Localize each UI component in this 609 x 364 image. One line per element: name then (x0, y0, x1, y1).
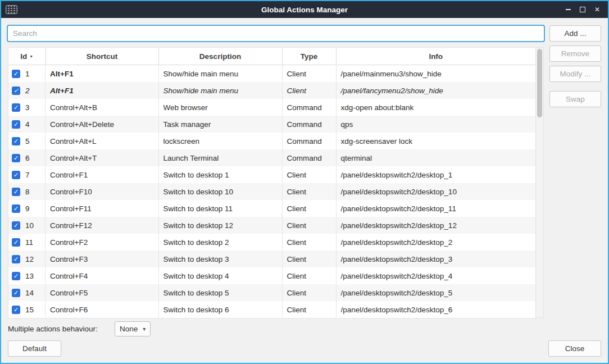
cell-description: Switch to desktop 12 (158, 217, 282, 234)
table-row[interactable]: ✓1Alt+F1Show/hide main menuClient/panel/… (8, 65, 535, 83)
default-button[interactable]: Default (8, 340, 61, 357)
table-row[interactable]: ✓13Control+F4Switch to desktop 4Client/p… (8, 267, 535, 284)
titlebar[interactable]: Global Actions Manager ✕ (1, 1, 608, 18)
cell-shortcut: Control+F4 (46, 267, 158, 284)
behaviour-select[interactable]: None ▾ (115, 321, 151, 336)
cell-info: /panel/desktopswitch2/desktop_6 (336, 301, 535, 318)
row-checkbox[interactable]: ✓ (12, 87, 20, 95)
cell-shortcut: Control+Alt+T (46, 149, 158, 166)
row-id: 10 (25, 221, 34, 230)
chevron-down-icon: ▾ (143, 326, 146, 332)
column-label: Description (199, 52, 241, 61)
add-button[interactable]: Add ... (549, 25, 601, 42)
row-checkbox[interactable]: ✓ (12, 154, 20, 162)
shortcuts-table: Id▼ShortcutDescriptionTypeInfo ✓1Alt+F1S… (8, 47, 536, 319)
cell-type: Client (282, 301, 336, 318)
swap-button[interactable]: Swap (549, 91, 601, 107)
row-checkbox[interactable]: ✓ (12, 171, 20, 179)
row-checkbox[interactable]: ✓ (12, 103, 20, 112)
cell-type: Command (282, 133, 336, 149)
row-checkbox[interactable]: ✓ (12, 120, 20, 129)
column-header-description[interactable]: Description (158, 48, 282, 65)
table-body: ✓1Alt+F1Show/hide main menuClient/panel/… (8, 65, 535, 319)
cell-shortcut: Control+Alt+Delete (46, 116, 158, 133)
cell-description: Switch to desktop 6 (158, 301, 282, 318)
row-checkbox[interactable]: ✓ (12, 306, 20, 314)
cell-description: Task manager (158, 116, 282, 133)
cell-description: Switch to desktop 11 (158, 200, 282, 217)
cell-type: Client (282, 200, 336, 217)
close-button[interactable]: ✕ (590, 1, 605, 18)
row-id: 13 (25, 272, 34, 280)
row-id: 15 (25, 306, 34, 314)
modify-button[interactable]: Modify ... (549, 66, 601, 82)
cell-description: Switch to desktop 3 (158, 251, 282, 267)
table-row[interactable]: ✓7Control+F1Switch to desktop 1Client/pa… (8, 166, 535, 183)
cell-type: Command (282, 116, 336, 133)
minimize-button[interactable] (561, 1, 575, 18)
cell-shortcut: Control+F10 (46, 183, 158, 200)
table-header-row: Id▼ShortcutDescriptionTypeInfo (8, 48, 535, 65)
restore-button[interactable] (575, 1, 590, 18)
row-id: 9 (25, 204, 30, 213)
vertical-scrollbar[interactable] (535, 47, 544, 318)
row-id: 1 (25, 70, 30, 78)
column-header-id[interactable]: Id▼ (8, 48, 46, 65)
cell-shortcut: Control+F6 (46, 301, 158, 318)
cell-shortcut: Control+F1 (46, 166, 158, 183)
row-id: 4 (25, 120, 30, 129)
cell-id: ✓2 (8, 82, 46, 99)
row-checkbox[interactable]: ✓ (12, 221, 20, 230)
row-checkbox[interactable]: ✓ (12, 272, 20, 280)
search-input[interactable] (7, 25, 545, 42)
cell-id: ✓6 (8, 149, 46, 166)
cell-info: /panel/desktopswitch2/desktop_11 (336, 200, 535, 217)
scrollbar-thumb[interactable] (537, 49, 542, 117)
table-row[interactable]: ✓9Control+F11Switch to desktop 11Client/… (8, 200, 535, 217)
cell-info: /panel/desktopswitch2/desktop_12 (336, 217, 535, 234)
window-controls: ✕ (561, 1, 605, 18)
cell-id: ✓8 (8, 183, 46, 200)
keyboard-app-icon (6, 5, 17, 14)
row-checkbox[interactable]: ✓ (12, 238, 20, 247)
cell-info: /panel/desktopswitch2/desktop_1 (336, 166, 535, 183)
table-row[interactable]: ✓2Alt+F1Show/hide main menuClient/panel/… (8, 82, 535, 99)
cell-info: xdg-screensaver lock (336, 133, 535, 149)
table-row[interactable]: ✓10Control+F12Switch to desktop 12Client… (8, 217, 535, 234)
table-row[interactable]: ✓14Control+F5Switch to desktop 5Client/p… (8, 284, 535, 301)
row-checkbox[interactable]: ✓ (12, 188, 20, 196)
cell-id: ✓13 (8, 267, 46, 284)
row-checkbox[interactable]: ✓ (12, 289, 20, 297)
column-label: Id (20, 52, 27, 61)
column-header-type[interactable]: Type (282, 48, 336, 65)
table-row[interactable]: ✓4Control+Alt+DeleteTask managerCommandq… (8, 116, 535, 133)
cell-shortcut: Alt+F1 (46, 82, 158, 99)
table-row[interactable]: ✓11Control+F2Switch to desktop 2Client/p… (8, 234, 535, 251)
cell-type: Client (282, 267, 336, 284)
remove-button[interactable]: Remove (549, 46, 601, 62)
column-header-shortcut[interactable]: Shortcut (46, 48, 158, 65)
cell-shortcut: Control+F5 (46, 284, 158, 301)
cell-shortcut: Control+F12 (46, 217, 158, 234)
table-row[interactable]: ✓15Control+F6Switch to desktop 6Client/p… (8, 301, 535, 318)
cell-info: qterminal (336, 149, 535, 166)
table-row[interactable]: ✓12Control+F3Switch to desktop 3Client/p… (8, 251, 535, 267)
cell-info: /panel/fancymenu2/show_hide (336, 82, 535, 99)
table-row[interactable]: ✓3Control+Alt+BWeb browserCommandxdg-ope… (8, 99, 535, 116)
row-checkbox[interactable]: ✓ (12, 255, 20, 263)
row-id: 6 (25, 154, 30, 162)
column-label: Shortcut (87, 52, 118, 61)
cell-id: ✓9 (8, 200, 46, 217)
row-checkbox[interactable]: ✓ (12, 204, 20, 213)
cell-description: Switch to desktop 2 (158, 234, 282, 251)
cell-info: qps (336, 116, 535, 133)
close-dialog-button[interactable]: Close (548, 340, 601, 357)
cell-info: /panel/mainmenu3/show_hide (336, 65, 535, 83)
table-row[interactable]: ✓6Control+Alt+TLaunch TerminalCommandqte… (8, 149, 535, 166)
row-checkbox[interactable]: ✓ (12, 70, 20, 78)
row-checkbox[interactable]: ✓ (12, 137, 20, 145)
table-row[interactable]: ✓5Control+Alt+LlockscreenCommandxdg-scre… (8, 133, 535, 149)
table-row[interactable]: ✓8Control+F10Switch to desktop 10Client/… (8, 183, 535, 200)
cell-info: /panel/desktopswitch2/desktop_3 (336, 251, 535, 267)
column-header-info[interactable]: Info (336, 48, 535, 65)
